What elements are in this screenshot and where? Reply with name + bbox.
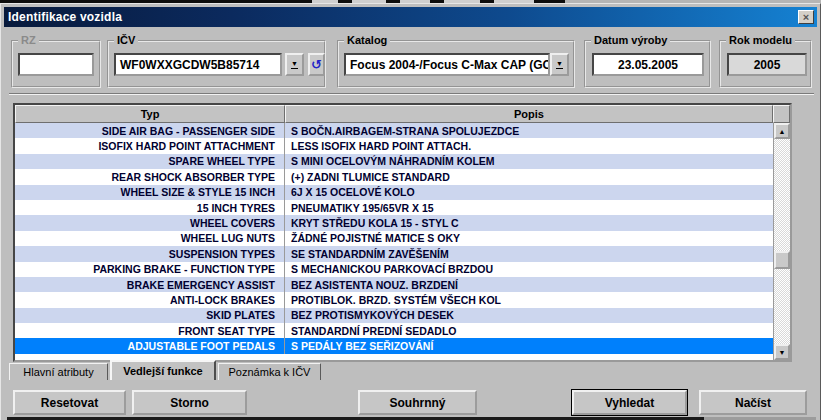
tab-label: Hlavní atributy bbox=[23, 366, 93, 378]
table-row[interactable]: SUSPENSION TYPESSE STANDARDNÍM ZAVĚŠENÍM bbox=[15, 246, 773, 261]
row-popis-cell: S PEDÁLY BEZ SEŘIZOVÁNÍ bbox=[285, 338, 773, 353]
dialog-identifikace-vozidla: Identifikace vozidla × RZ IČV WF0WXXGCDW… bbox=[0, 3, 821, 420]
column-header-typ[interactable]: Typ bbox=[15, 105, 285, 123]
table-row[interactable]: 15 INCH TYRESPNEUMATIKY 195/65VR X 15 bbox=[15, 200, 773, 215]
tab-vedlejsi-funkce[interactable]: Vedlejší funkce bbox=[110, 360, 216, 380]
row-popis-cell: 6J X 15 OCELOVÉ KOLO bbox=[285, 185, 773, 200]
icv-undo-button[interactable]: ↺ bbox=[308, 53, 325, 76]
scrollbar-thumb[interactable] bbox=[774, 251, 790, 269]
group-icv: IČV WF0WXXGCDW5B85714 ▼ ↺ bbox=[107, 40, 326, 88]
scroll-down-button[interactable]: ▼ bbox=[774, 344, 790, 360]
icv-dropdown-button[interactable]: ▼ bbox=[285, 53, 304, 76]
row-typ-cell: FRONT SEAT TYPE bbox=[15, 323, 285, 338]
row-typ-cell: ANTI-LOCK BRAKES bbox=[15, 292, 285, 307]
row-popis-cell: STANDARDNÍ PREDNÍ SEDADLO bbox=[285, 323, 773, 338]
table-body-wrap: SIDE AIR BAG - PASSENGER SIDES BOČN.AIRB… bbox=[15, 123, 790, 360]
table-body: SIDE AIR BAG - PASSENGER SIDES BOČN.AIRB… bbox=[15, 123, 773, 360]
row-popis-cell: S MECHANICKOU PARKOVACÍ BRZDOU bbox=[285, 262, 773, 277]
row-typ-cell: WHEEL SIZE & STYLE 15 INCH bbox=[15, 185, 285, 200]
katalog-dropdown-button[interactable]: ▼ bbox=[550, 53, 569, 76]
row-typ-cell: 15 INCH TYRES bbox=[15, 200, 285, 215]
table-row[interactable]: WHEEL SIZE & STYLE 15 INCH6J X 15 OCELOV… bbox=[15, 185, 773, 200]
row-typ-cell: SUSPENSION TYPES bbox=[15, 246, 285, 261]
row-popis-cell: PNEUMATIKY 195/65VR X 15 bbox=[285, 200, 773, 215]
group-rok-modelu: Rok modelu 2005 bbox=[719, 40, 812, 88]
row-popis-cell: ŽÁDNÉ POJISTNÉ MATICE S OKY bbox=[285, 231, 773, 246]
row-typ-cell: WHEEL LUG NUTS bbox=[15, 231, 285, 246]
title-bar[interactable]: Identifikace vozidla × bbox=[4, 7, 817, 27]
rz-label: RZ bbox=[18, 34, 39, 46]
chevron-down-icon: ▼ bbox=[291, 61, 298, 69]
rok-modelu-value: 2005 bbox=[727, 53, 807, 76]
table-row[interactable]: WHEEL COVERSKRYT STŘEDU KOLA 15 - STYL C bbox=[15, 215, 773, 230]
attributes-table: Typ Popis SIDE AIR BAG - PASSENGER SIDES… bbox=[13, 103, 792, 362]
table-row[interactable]: FRONT SEAT TYPESTANDARDNÍ PREDNÍ SEDADLO bbox=[15, 323, 773, 338]
row-popis-cell: KRYT STŘEDU KOLA 15 - STYL C bbox=[285, 215, 773, 230]
row-typ-cell: REAR SHOCK ABSORBER TYPE bbox=[15, 169, 285, 184]
row-typ-cell: BRAKE EMERGENCY ASSIST bbox=[15, 277, 285, 292]
table-row[interactable]: BRAKE EMERGENCY ASSISTBEZ ASISTENTA NOUZ… bbox=[15, 277, 773, 292]
row-popis-cell: BEZ ASISTENTA NOUZ. BRZDENÍ bbox=[285, 277, 773, 292]
table-row[interactable]: PARKING BRAKE - FUNCTION TYPES MECHANICK… bbox=[15, 262, 773, 277]
row-typ-cell: SPARE WHEEL TYPE bbox=[15, 154, 285, 169]
rok-modelu-label: Rok modelu bbox=[726, 34, 795, 46]
storno-button[interactable]: Storno bbox=[132, 390, 247, 415]
resetovat-button[interactable]: Resetovat bbox=[13, 390, 126, 415]
table-row[interactable]: WHEEL LUG NUTSŽÁDNÉ POJISTNÉ MATICE S OK… bbox=[15, 231, 773, 246]
row-typ-cell: SKID PLATES bbox=[15, 308, 285, 323]
row-popis-cell: SE STANDARDNÍM ZAVĚŠENÍM bbox=[285, 246, 773, 261]
row-popis-cell: PROTIBLOK. BRZD. SYSTÉM VŠECH KOL bbox=[285, 292, 773, 307]
datum-vyroby-input[interactable]: 23.05.2005 bbox=[592, 53, 704, 76]
row-popis-cell: S BOČN.AIRBAGEM-STRANA SPOLUJEZDCE bbox=[285, 123, 773, 138]
tab-hlavni-atributy[interactable]: Hlavní atributy bbox=[9, 363, 108, 380]
group-katalog: Katalog Focus 2004-/Focus C-Max CAP (GC … bbox=[337, 40, 575, 88]
tab-label: Vedlejší funkce bbox=[123, 365, 202, 377]
table-row[interactable]: SKID PLATESBEZ PROTISMYKOVÝCH DESEK bbox=[15, 308, 773, 323]
chevron-down-icon: ▼ bbox=[556, 61, 563, 69]
row-typ-cell: SIDE AIR BAG - PASSENGER SIDE bbox=[15, 123, 285, 138]
row-typ-cell: ISOFIX HARD POINT ATTACHMENT bbox=[15, 138, 285, 153]
row-typ-cell: ADJUSTABLE FOOT PEDALS bbox=[15, 338, 285, 353]
column-header-popis[interactable]: Popis bbox=[285, 105, 773, 123]
rz-input[interactable] bbox=[18, 53, 94, 76]
table-row[interactable]: ADJUSTABLE FOOT PEDALSS PEDÁLY BEZ SEŘIZ… bbox=[15, 338, 773, 353]
vertical-scrollbar[interactable]: ▲ ▼ bbox=[773, 123, 790, 360]
table-row[interactable]: REAR SHOCK ABSORBER TYPE(+) ZADNI TLUMIC… bbox=[15, 169, 773, 184]
row-popis-cell: BEZ PROTISMYKOVÝCH DESEK bbox=[285, 308, 773, 323]
datum-vyroby-label: Datum výroby bbox=[591, 34, 670, 46]
row-popis-cell: S MINI OCELOVÝM NÁHRADNÍM KOLEM bbox=[285, 154, 773, 169]
row-typ-cell: WHEEL COVERS bbox=[15, 215, 285, 230]
table-row[interactable]: SIDE AIR BAG - PASSENGER SIDES BOČN.AIRB… bbox=[15, 123, 773, 138]
group-datum-vyroby: Datum výroby 23.05.2005 bbox=[584, 40, 711, 88]
row-popis-cell: (+) ZADNI TLUMICE STANDARD bbox=[285, 169, 773, 184]
nacist-button[interactable]: Načíst bbox=[699, 390, 807, 415]
tab-label: Poznámka k IČV bbox=[229, 366, 311, 378]
table-row[interactable]: SPARE WHEEL TYPES MINI OCELOVÝM NÁHRADNÍ… bbox=[15, 154, 773, 169]
scroll-down-icon: ▼ bbox=[779, 349, 786, 356]
close-button[interactable]: × bbox=[798, 10, 814, 24]
row-popis-cell: LESS ISOFIX HARD POINT ATTACH. bbox=[285, 138, 773, 153]
icv-label: IČV bbox=[114, 34, 138, 46]
souhrnny-button[interactable]: Souhrnný bbox=[358, 390, 477, 415]
table-header: Typ Popis bbox=[15, 105, 790, 123]
close-icon: × bbox=[803, 12, 809, 23]
column-header-filler bbox=[773, 105, 790, 123]
group-rz: RZ bbox=[11, 40, 101, 88]
table-row[interactable]: ISOFIX HARD POINT ATTACHMENTLESS ISOFIX … bbox=[15, 138, 773, 153]
window-title: Identifikace vozidla bbox=[4, 10, 122, 24]
undo-icon: ↺ bbox=[311, 58, 322, 71]
icv-input[interactable]: WF0WXXGCDW5B85714 bbox=[114, 53, 282, 76]
row-typ-cell: PARKING BRAKE - FUNCTION TYPE bbox=[15, 262, 285, 277]
table-row[interactable]: ANTI-LOCK BRAKESPROTIBLOK. BRZD. SYSTÉM … bbox=[15, 292, 773, 307]
katalog-label: Katalog bbox=[344, 34, 390, 46]
vyhledat-button[interactable]: Vyhledat bbox=[572, 390, 687, 415]
separator-line bbox=[9, 93, 814, 95]
scroll-up-button[interactable]: ▲ bbox=[774, 123, 790, 139]
scrollbar-track[interactable] bbox=[774, 139, 790, 344]
tab-poznamka-k-icv[interactable]: Poznámka k IČV bbox=[218, 363, 321, 380]
scroll-up-icon: ▲ bbox=[779, 128, 786, 135]
katalog-select[interactable]: Focus 2004-/Focus C-Max CAP (GC bbox=[344, 53, 550, 76]
